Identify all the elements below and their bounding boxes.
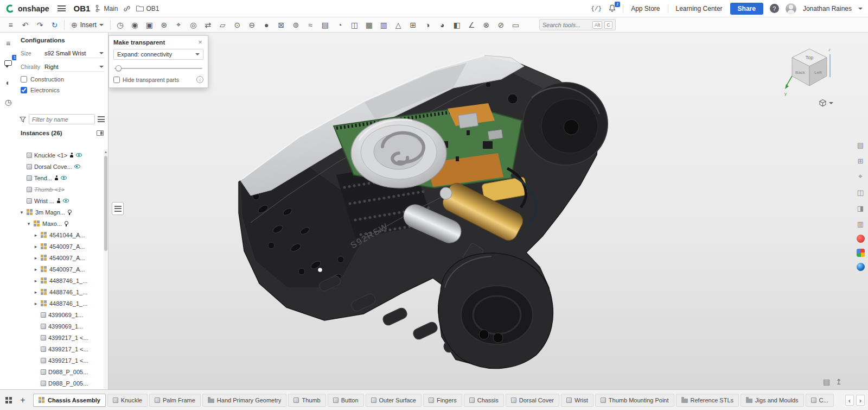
- developer-tools-icon[interactable]: {/}: [591, 5, 602, 12]
- list-options-icon[interactable]: [98, 116, 105, 122]
- mass-properties-icon[interactable]: ⊗: [479, 19, 494, 31]
- instance-row[interactable]: D988_P_005...: [16, 366, 104, 377]
- bom-icon[interactable]: ▥: [376, 19, 391, 31]
- document-tab[interactable]: Wrist: [561, 394, 593, 407]
- learning-center-link[interactable]: Learning Center: [675, 5, 724, 12]
- expand-chevron-icon[interactable]: [33, 244, 39, 249]
- 3d-viewport[interactable]: S92RSW: [108, 33, 868, 389]
- tab-scroll-right-icon[interactable]: [856, 395, 865, 406]
- globe-extension-icon[interactable]: [857, 263, 865, 271]
- new-tab-button[interactable]: [17, 394, 29, 406]
- viewcube-left-label[interactable]: Back: [795, 70, 806, 75]
- model-thumb-unit[interactable]: [438, 253, 553, 369]
- scroll-up-icon[interactable]: [104, 149, 108, 155]
- view-cube[interactable]: Top Back Left y z: [783, 43, 835, 98]
- mate-connector-point[interactable]: [318, 268, 323, 273]
- instance-row[interactable]: 4488746_1_...: [16, 286, 104, 298]
- expand-chevron-icon[interactable]: [33, 255, 39, 261]
- hide-transparent-checkbox[interactable]: [113, 77, 120, 83]
- section-view-icon[interactable]: ◧: [450, 19, 464, 31]
- search-tools-input[interactable]: [542, 22, 590, 28]
- color-grid-extension-icon[interactable]: [857, 249, 865, 257]
- close-icon[interactable]: [197, 39, 203, 46]
- viewcube-top-label[interactable]: Top: [806, 55, 814, 60]
- project-breadcrumb[interactable]: OB1: [136, 5, 159, 12]
- hide-transparent-row[interactable]: Hide transparent parts: [113, 77, 194, 83]
- model-thumb-rotator[interactable]: [351, 118, 446, 188]
- slider-knob[interactable]: [116, 65, 122, 71]
- circular-pattern-icon[interactable]: ◔: [333, 19, 347, 31]
- mate-icon[interactable]: ◉: [127, 19, 142, 31]
- instance-row[interactable]: 4399217_1 <...: [16, 332, 104, 343]
- target-panel-icon[interactable]: ⌖: [856, 172, 865, 181]
- tree-scrollbar[interactable]: [104, 149, 108, 389]
- instance-row[interactable]: Dorsal Cove...: [16, 161, 104, 172]
- cylindrical-mate-icon[interactable]: ⊙: [230, 19, 245, 31]
- rows-panel-icon[interactable]: ▥: [856, 219, 865, 229]
- construction-checkbox[interactable]: [21, 76, 27, 83]
- pin-slot-mate-icon[interactable]: ⊖: [245, 19, 259, 31]
- instance-row[interactable]: Thumb <1>: [16, 184, 104, 195]
- notifications-icon[interactable]: 1: [608, 4, 616, 12]
- instance-row[interactable]: Wrist ...: [16, 195, 104, 206]
- relation-icon[interactable]: ⊛: [157, 19, 171, 31]
- history-icon[interactable]: ◷: [113, 19, 127, 31]
- instance-row[interactable]: 4399069_1...: [16, 309, 104, 320]
- user-avatar[interactable]: [786, 3, 796, 14]
- named-positions-icon[interactable]: ⊞: [406, 19, 420, 31]
- appearance-panel-icon[interactable]: ◐: [3, 77, 14, 88]
- export-icon[interactable]: ↥: [835, 377, 842, 386]
- eye-visibility-icon[interactable]: [76, 153, 82, 157]
- instance-row[interactable]: 3m Magn...: [16, 206, 104, 218]
- expand-chevron-icon[interactable]: [33, 278, 39, 283]
- filter-by-name-input[interactable]: [29, 114, 95, 124]
- model-wrist-knob[interactable]: [523, 83, 608, 165]
- replicate-icon[interactable]: ▦: [362, 19, 376, 31]
- user-menu-caret-icon[interactable]: [858, 8, 863, 10]
- eye-visibility-icon[interactable]: [74, 165, 80, 168]
- expand-chevron-icon[interactable]: [26, 221, 31, 226]
- tab-manager-icon[interactable]: [5, 397, 8, 400]
- update-icon[interactable]: ↻: [47, 19, 62, 31]
- document-tab[interactable]: Dorsal Cover: [506, 394, 559, 407]
- comments-icon[interactable]: 1: [3, 58, 14, 68]
- chirality-dropdown[interactable]: Right: [43, 62, 105, 72]
- document-tab[interactable]: Fingers: [423, 394, 462, 407]
- instance-row[interactable]: 4399069_1...: [16, 320, 104, 332]
- instance-row[interactable]: 4399217_1 <...: [16, 355, 104, 366]
- scrollbar-thumb[interactable]: [104, 156, 107, 251]
- versions-history-icon[interactable]: ◷: [3, 97, 14, 108]
- instance-row[interactable]: 4540097_A...: [16, 252, 104, 263]
- instance-row[interactable]: Tend...: [16, 172, 104, 184]
- gear-relation-icon[interactable]: ⊚: [289, 19, 303, 31]
- exploded-view-icon[interactable]: △: [391, 19, 406, 31]
- print-icon[interactable]: ▤: [823, 377, 830, 386]
- measure-icon[interactable]: ∠: [464, 19, 479, 31]
- notes-panel-icon[interactable]: ▤: [856, 140, 865, 150]
- tab-scroll-left-icon[interactable]: [845, 395, 854, 406]
- interference-icon[interactable]: ⊘: [494, 19, 508, 31]
- half-view-icon[interactable]: ◨: [856, 203, 865, 213]
- appearance-icon[interactable]: ◕: [435, 19, 450, 31]
- split-view-icon[interactable]: ◫: [856, 187, 865, 197]
- document-tab[interactable]: C...: [806, 394, 834, 407]
- linear-pattern-icon[interactable]: ▤: [318, 19, 333, 31]
- branch-selector[interactable]: Main: [95, 5, 118, 12]
- document-tab[interactable]: Knuckle: [107, 394, 148, 407]
- hamburger-menu-icon[interactable]: [58, 5, 66, 11]
- fastened-mate-icon[interactable]: ⊠: [274, 19, 289, 31]
- document-tab[interactable]: Outer Surface: [366, 394, 422, 407]
- collapse-panel-icon[interactable]: [97, 130, 104, 136]
- instance-row[interactable]: 4399217_1 <...: [16, 343, 104, 355]
- expand-chevron-icon[interactable]: [33, 267, 39, 272]
- planar-mate-icon[interactable]: ▱: [215, 19, 230, 31]
- add-panel-icon[interactable]: ⊞: [856, 156, 865, 166]
- construction-checkbox-row[interactable]: Construction: [21, 76, 105, 83]
- filter-list-icon[interactable]: ≡: [3, 19, 18, 31]
- instance-row[interactable]: 4540097_A...: [16, 241, 104, 252]
- document-tab[interactable]: Thumb: [288, 394, 326, 407]
- document-tab[interactable]: Reference STLs: [676, 394, 739, 407]
- revolute-mate-icon[interactable]: ◎: [186, 19, 201, 31]
- eye-visibility-icon[interactable]: [61, 176, 67, 180]
- instance-row[interactable]: Maxo...: [16, 218, 104, 229]
